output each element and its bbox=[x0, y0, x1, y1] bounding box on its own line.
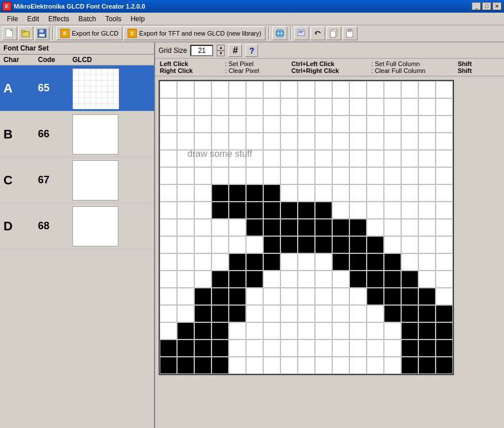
pixel-cell[interactable] bbox=[194, 150, 211, 167]
pixel-cell[interactable] bbox=[246, 271, 263, 288]
pixel-cell[interactable] bbox=[436, 271, 453, 288]
pixel-cell[interactable] bbox=[160, 81, 177, 98]
pixel-cell[interactable] bbox=[177, 184, 194, 202]
grid-toggle-button[interactable]: # bbox=[228, 44, 242, 57]
pixel-cell[interactable] bbox=[263, 340, 280, 357]
pixel-cell[interactable] bbox=[418, 305, 436, 322]
info-button[interactable] bbox=[294, 26, 309, 40]
pixel-cell[interactable] bbox=[401, 305, 418, 322]
export-glcd-button[interactable]: E Export for GLCD bbox=[56, 26, 122, 40]
pixel-cell[interactable] bbox=[298, 98, 315, 115]
pixel-cell[interactable] bbox=[246, 357, 263, 374]
pixel-cell[interactable] bbox=[401, 167, 418, 184]
pixel-cell[interactable] bbox=[211, 271, 229, 288]
pixel-cell[interactable] bbox=[229, 219, 246, 236]
pixel-cell[interactable] bbox=[384, 236, 401, 253]
pixel-cell[interactable] bbox=[229, 305, 246, 322]
pixel-cell[interactable] bbox=[349, 202, 367, 219]
grid-size-input[interactable] bbox=[190, 45, 213, 56]
pixel-cell[interactable] bbox=[332, 288, 349, 305]
pixel-cell[interactable] bbox=[436, 133, 453, 150]
pixel-cell[interactable] bbox=[160, 357, 177, 374]
menu-file[interactable]: File bbox=[2, 14, 22, 24]
pixel-cell[interactable] bbox=[263, 219, 280, 236]
close-button[interactable]: ✕ bbox=[493, 2, 502, 10]
pixel-cell[interactable] bbox=[160, 133, 177, 150]
pixel-cell[interactable] bbox=[436, 81, 453, 98]
pixel-cell[interactable] bbox=[229, 340, 246, 357]
pixel-cell[interactable] bbox=[177, 288, 194, 305]
pixel-cell[interactable] bbox=[263, 98, 280, 115]
pixel-cell[interactable] bbox=[401, 322, 418, 340]
pixel-cell[interactable] bbox=[160, 305, 177, 322]
pixel-cell[interactable] bbox=[349, 305, 367, 322]
pixel-cell[interactable] bbox=[367, 305, 384, 322]
char-row[interactable]: A65 bbox=[0, 65, 154, 111]
pixel-cell[interactable] bbox=[401, 253, 418, 271]
pixel-cell[interactable] bbox=[263, 167, 280, 184]
pixel-cell[interactable] bbox=[367, 322, 384, 340]
pixel-cell[interactable] bbox=[418, 322, 436, 340]
pixel-cell[interactable] bbox=[177, 81, 194, 98]
pixel-cell[interactable] bbox=[332, 322, 349, 340]
menu-tools[interactable]: Tools bbox=[101, 14, 126, 24]
pixel-cell[interactable] bbox=[280, 322, 298, 340]
pixel-cell[interactable] bbox=[384, 202, 401, 219]
pixel-cell[interactable] bbox=[194, 98, 211, 115]
pixel-cell[interactable] bbox=[160, 340, 177, 357]
menu-edit[interactable]: Edit bbox=[22, 14, 44, 24]
pixel-cell[interactable] bbox=[315, 81, 332, 98]
pixel-cell[interactable] bbox=[211, 133, 229, 150]
pixel-cell[interactable] bbox=[280, 236, 298, 253]
pixel-cell[interactable] bbox=[349, 150, 367, 167]
pixel-cell[interactable] bbox=[436, 322, 453, 340]
menu-batch[interactable]: Batch bbox=[74, 14, 101, 24]
pixel-cell[interactable] bbox=[280, 98, 298, 115]
pixel-cell[interactable] bbox=[298, 81, 315, 98]
pixel-cell[interactable] bbox=[401, 184, 418, 202]
pixel-cell[interactable] bbox=[349, 357, 367, 374]
pixel-cell[interactable] bbox=[332, 340, 349, 357]
pixel-cell[interactable] bbox=[229, 150, 246, 167]
pixel-cell[interactable] bbox=[160, 98, 177, 115]
char-row[interactable]: B66 bbox=[0, 111, 154, 157]
pixel-cell[interactable] bbox=[332, 305, 349, 322]
pixel-cell[interactable] bbox=[246, 340, 263, 357]
pixel-cell[interactable] bbox=[160, 184, 177, 202]
pixel-cell[interactable] bbox=[401, 133, 418, 150]
pixel-cell[interactable] bbox=[315, 271, 332, 288]
pixel-cell[interactable] bbox=[246, 81, 263, 98]
pixel-cell[interactable] bbox=[160, 288, 177, 305]
pixel-cell[interactable] bbox=[211, 150, 229, 167]
pixel-cell[interactable] bbox=[436, 115, 453, 133]
pixel-cell[interactable] bbox=[436, 202, 453, 219]
pixel-cell[interactable] bbox=[177, 167, 194, 184]
pixel-cell[interactable] bbox=[211, 236, 229, 253]
pixel-cell[interactable] bbox=[315, 115, 332, 133]
pixel-cell[interactable] bbox=[436, 236, 453, 253]
pixel-cell[interactable] bbox=[315, 98, 332, 115]
pixel-cell[interactable] bbox=[229, 271, 246, 288]
pixel-cell[interactable] bbox=[436, 219, 453, 236]
pixel-cell[interactable] bbox=[367, 357, 384, 374]
pixel-cell[interactable] bbox=[160, 271, 177, 288]
pixel-cell[interactable] bbox=[211, 202, 229, 219]
pixel-cell[interactable] bbox=[263, 115, 280, 133]
pixel-cell[interactable] bbox=[367, 167, 384, 184]
pixel-cell[interactable] bbox=[194, 81, 211, 98]
pixel-cell[interactable] bbox=[246, 322, 263, 340]
pixel-cell[interactable] bbox=[229, 288, 246, 305]
pixel-cell[interactable] bbox=[384, 150, 401, 167]
pixel-cell[interactable] bbox=[263, 133, 280, 150]
pixel-cell[interactable] bbox=[211, 184, 229, 202]
pixel-cell[interactable] bbox=[401, 271, 418, 288]
pixel-cell[interactable] bbox=[246, 184, 263, 202]
pixel-cell[interactable] bbox=[246, 98, 263, 115]
pixel-cell[interactable] bbox=[349, 288, 367, 305]
pixel-cell[interactable] bbox=[401, 357, 418, 374]
pixel-cell[interactable] bbox=[401, 288, 418, 305]
pixel-cell[interactable] bbox=[177, 98, 194, 115]
pixel-cell[interactable] bbox=[194, 305, 211, 322]
pixel-cell[interactable] bbox=[436, 340, 453, 357]
pixel-cell[interactable] bbox=[246, 253, 263, 271]
